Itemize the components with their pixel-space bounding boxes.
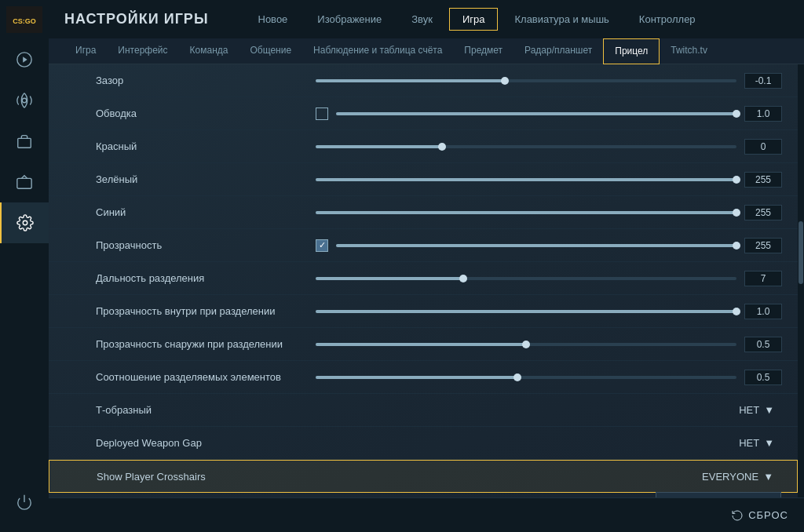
sidebar-item-play[interactable] bbox=[0, 39, 49, 80]
setting-alpha-control: 255 bbox=[316, 238, 782, 253]
red-value: 0 bbox=[744, 139, 782, 155]
sidebar-item-power[interactable] bbox=[16, 482, 33, 523]
setting-red-control: 0 bbox=[316, 139, 782, 155]
sub-tab-team[interactable]: Команда bbox=[179, 38, 239, 64]
nav-tab-image[interactable]: Изображение bbox=[304, 8, 395, 31]
sub-tab-radar[interactable]: Радар/планшет bbox=[513, 38, 603, 64]
setting-gap-label: Зазор bbox=[96, 75, 316, 86]
t-shape-value: НЕТ bbox=[739, 404, 759, 416]
setting-inner-alpha-label: Прозрачность внутри при разделении bbox=[96, 305, 316, 317]
show-player-crosshairs-label: Show Player Crosshairs bbox=[97, 471, 316, 483]
reset-button[interactable]: СБРОС bbox=[731, 509, 788, 522]
svg-rect-5 bbox=[18, 138, 31, 148]
outer-alpha-value: 0.5 bbox=[744, 337, 782, 352]
sub-tab-crosshair[interactable]: Прицел bbox=[603, 38, 660, 64]
nav-tab-keyboard[interactable]: Клавиатура и мышь bbox=[501, 8, 622, 31]
sub-tab-communication[interactable]: Общение bbox=[239, 38, 302, 64]
setting-deployed-weapon-gap: Deployed Weapon Gap НЕТ ▼ bbox=[49, 427, 798, 460]
setting-outer-alpha-label: Прозрачность снаружи при разделении bbox=[96, 338, 316, 350]
svg-rect-6 bbox=[17, 178, 31, 188]
t-shape-arrow-icon: ▼ bbox=[764, 404, 774, 416]
alpha-checkbox[interactable] bbox=[316, 239, 328, 252]
setting-deployed-gap-control: НЕТ ▼ bbox=[316, 434, 782, 452]
gap-slider[interactable] bbox=[316, 73, 736, 89]
sidebar: CS:GO bbox=[0, 0, 49, 532]
nav-tab-game[interactable]: Игра bbox=[449, 8, 499, 31]
main-content: НАСТРОЙКИ ИГРЫ Новое Изображение Звук Иг… bbox=[49, 0, 804, 532]
crosshairs-dropdown-menu: Нет Friends and Party Everyone bbox=[656, 492, 781, 497]
setting-outer-alpha-control: 0.5 bbox=[316, 337, 782, 352]
alpha-value: 255 bbox=[744, 238, 782, 253]
split-ratio-slider[interactable] bbox=[316, 370, 736, 385]
setting-gap-control: -0.1 bbox=[316, 73, 782, 89]
setting-gap: Зазор -0.1 bbox=[49, 64, 798, 97]
blue-slider[interactable] bbox=[316, 205, 736, 220]
nav-tab-controller[interactable]: Контроллер bbox=[626, 8, 709, 31]
setting-t-shape-label: Т-образный bbox=[96, 404, 316, 416]
split-dist-value: 7 bbox=[744, 271, 782, 286]
setting-split-distance: Дальность разделения 7 bbox=[49, 262, 798, 295]
outline-checkbox[interactable] bbox=[316, 107, 328, 120]
setting-blue: Синий 255 bbox=[49, 196, 798, 229]
setting-blue-label: Синий bbox=[96, 206, 316, 218]
svg-point-7 bbox=[23, 220, 27, 225]
setting-split-ratio: Соотношение разделяемых элементов 0.5 bbox=[49, 361, 798, 394]
sub-tab-game[interactable]: Игра bbox=[64, 38, 107, 64]
outline-slider[interactable] bbox=[336, 106, 736, 122]
setting-t-shape-control: НЕТ ▼ bbox=[316, 401, 782, 419]
svg-point-4 bbox=[22, 98, 27, 103]
sub-tab-observation[interactable]: Наблюдение и таблица счёта bbox=[302, 38, 453, 64]
setting-green: Зелёный 255 bbox=[49, 163, 798, 196]
topbar: НАСТРОЙКИ ИГРЫ Новое Изображение Звук Иг… bbox=[49, 0, 804, 38]
setting-inner-alpha-control: 1.0 bbox=[316, 304, 782, 319]
show-player-crosshairs-dropdown[interactable]: EVERYONE ▼ bbox=[694, 468, 781, 486]
setting-inner-alpha: Прозрачность внутри при разделении 1.0 bbox=[49, 295, 798, 328]
split-dist-slider[interactable] bbox=[316, 271, 736, 286]
sidebar-item-antenna[interactable] bbox=[0, 80, 49, 121]
deployed-gap-dropdown[interactable]: НЕТ ▼ bbox=[719, 434, 782, 452]
nav-tabs: Новое Изображение Звук Игра Клавиатура и… bbox=[245, 8, 709, 31]
setting-green-control: 255 bbox=[316, 172, 782, 188]
t-shape-dropdown[interactable]: НЕТ ▼ bbox=[719, 401, 782, 419]
red-slider[interactable] bbox=[316, 139, 736, 155]
outer-alpha-slider[interactable] bbox=[316, 337, 736, 352]
green-value: 255 bbox=[744, 172, 782, 188]
setting-outer-alpha: Прозрачность снаружи при разделении 0.5 bbox=[49, 328, 798, 361]
inner-alpha-slider[interactable] bbox=[316, 304, 736, 319]
nav-tab-new[interactable]: Новое bbox=[245, 8, 302, 31]
outline-value: 1.0 bbox=[744, 106, 782, 122]
reset-icon bbox=[731, 509, 744, 522]
setting-green-label: Зелёный bbox=[96, 173, 316, 185]
setting-t-shape: Т-образный НЕТ ▼ bbox=[49, 394, 798, 427]
setting-split-dist-control: 7 bbox=[316, 271, 782, 286]
deployed-gap-arrow-icon: ▼ bbox=[764, 437, 774, 449]
sidebar-bottom bbox=[16, 482, 33, 523]
bottom-bar: СБРОС bbox=[49, 497, 804, 532]
sub-tab-twitch[interactable]: Twitch.tv bbox=[660, 38, 718, 64]
dropdown-option-none[interactable]: Нет bbox=[656, 493, 780, 497]
setting-deployed-gap-label: Deployed Weapon Gap bbox=[96, 437, 316, 449]
nav-tab-sound[interactable]: Звук bbox=[398, 8, 446, 31]
scrollbar[interactable] bbox=[798, 64, 804, 497]
setting-red-label: Красный bbox=[96, 140, 316, 152]
svg-text:CS:GO: CS:GO bbox=[13, 17, 36, 25]
setting-split-ratio-control: 0.5 bbox=[316, 370, 782, 385]
setting-red: Красный 0 bbox=[49, 130, 798, 163]
csgo-logo[interactable]: CS:GO bbox=[6, 6, 42, 33]
page-title: НАСТРОЙКИ ИГРЫ bbox=[64, 11, 209, 27]
sub-tab-item[interactable]: Предмет bbox=[453, 38, 513, 64]
sidebar-item-inventory[interactable] bbox=[0, 121, 49, 162]
setting-show-player-crosshairs: Show Player Crosshairs EVERYONE ▼ Нет Fr… bbox=[49, 460, 798, 493]
sub-tab-interface[interactable]: Интерфейс bbox=[107, 38, 178, 64]
green-slider[interactable] bbox=[316, 172, 736, 188]
svg-marker-3 bbox=[23, 56, 27, 62]
sidebar-item-watch[interactable] bbox=[0, 162, 49, 202]
inner-alpha-value: 1.0 bbox=[744, 304, 782, 319]
setting-split-dist-label: Дальность разделения bbox=[96, 272, 316, 284]
setting-blue-control: 255 bbox=[316, 205, 782, 220]
split-ratio-value: 0.5 bbox=[744, 370, 782, 385]
alpha-slider[interactable] bbox=[336, 238, 736, 253]
deployed-gap-value: НЕТ bbox=[739, 437, 759, 449]
scrollbar-thumb[interactable] bbox=[799, 221, 803, 284]
sidebar-item-settings[interactable] bbox=[0, 202, 49, 243]
